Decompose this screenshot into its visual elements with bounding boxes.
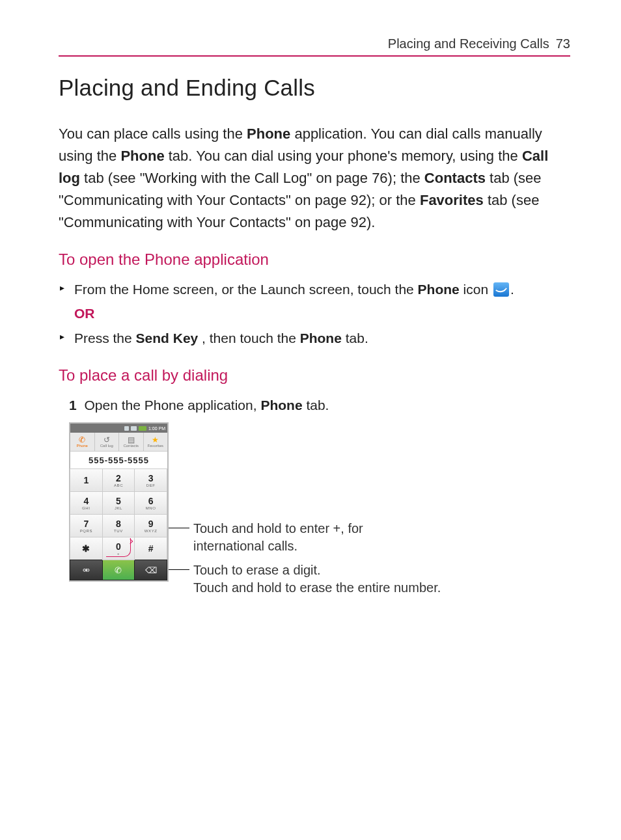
dialer-bottom-row: ⚮ ✆ ⌫ (70, 560, 167, 580)
tab-call-log[interactable]: ↺Call log (95, 433, 120, 451)
callout-zero-hold: Touch and hold to enter +, for internati… (178, 520, 441, 555)
key-3[interactable]: 3DEF (134, 468, 167, 492)
tab-favorites[interactable]: ★Favorites (144, 433, 168, 451)
phone-screenshot-figure: 1:00 PM ✆Phone ↺Call log ▤Contacts ★Favo… (69, 422, 570, 597)
call-icon: ✆ (115, 565, 122, 575)
signal-icon (124, 426, 129, 431)
step-press-send-key: Press the Send Key , then touch the Phon… (74, 328, 570, 349)
call-button[interactable]: ✆ (102, 560, 135, 580)
key-5[interactable]: 5JKL (102, 491, 135, 515)
dialer-tabs: ✆Phone ↺Call log ▤Contacts ★Favorites (70, 433, 167, 451)
key-4[interactable]: 4GHI (70, 491, 103, 515)
tab-phone[interactable]: ✆Phone (70, 433, 95, 451)
backspace-icon: ⌫ (145, 565, 157, 575)
dialed-number-display: 555-555-5555 (70, 451, 167, 469)
page-number: 73 (556, 36, 570, 51)
battery-icon (139, 426, 146, 431)
page-title: Placing and Ending Calls (59, 75, 570, 101)
tab-contacts[interactable]: ▤Contacts (119, 433, 144, 451)
key-7[interactable]: 7PQRS (70, 514, 103, 537)
calllog-tab-icon: ↺ (104, 436, 110, 444)
key-9[interactable]: 9WXYZ (134, 514, 167, 537)
step-dial-1: 1 Open the Phone application, Phone tab. (69, 395, 570, 416)
backspace-button[interactable]: ⌫ (134, 560, 167, 580)
contacts-tab-icon: ▤ (128, 436, 135, 444)
dial-keypad: 1 2ABC 3DEF 4GHI 5JKL 6MNO 7PQRS 8TUV 9W… (70, 469, 167, 560)
favorites-tab-icon: ★ (152, 436, 159, 444)
running-header: Placing and Receiving Calls 73 (59, 36, 570, 57)
status-bar: 1:00 PM (70, 424, 167, 433)
key-1[interactable]: 1 (70, 468, 103, 492)
key-8[interactable]: 8TUV (102, 514, 135, 537)
callout-backspace: Touch to erase a digit. Touch and hold t… (178, 562, 441, 597)
key-0[interactable]: 0+ (102, 537, 135, 560)
network-icon (131, 426, 137, 431)
key-6[interactable]: 6MNO (134, 491, 167, 515)
voicemail-button[interactable]: ⚮ (70, 560, 103, 580)
step-open-from-home: From the Home screen, or the Launch scre… (74, 279, 570, 301)
or-label: OR (74, 306, 570, 321)
phone-app-icon (493, 282, 509, 297)
key-star[interactable]: ✱ (70, 537, 103, 560)
key-hash[interactable]: # (134, 537, 167, 560)
voicemail-icon: ⚮ (83, 565, 90, 575)
intro-paragraph: You can place calls using the Phone appl… (59, 123, 570, 234)
figure-callouts: Touch and hold to enter +, for internati… (178, 422, 441, 597)
key-2[interactable]: 2ABC (102, 468, 135, 492)
manual-page: Placing and Receiving Calls 73 Placing a… (0, 0, 621, 597)
phone-screenshot: 1:00 PM ✆Phone ↺Call log ▤Contacts ★Favo… (69, 422, 169, 582)
section-heading-dial: To place a call by dialing (59, 366, 570, 385)
phone-tab-icon: ✆ (79, 436, 85, 444)
section-name: Placing and Receiving Calls (388, 36, 549, 51)
section-heading-open-phone: To open the Phone application (59, 251, 570, 269)
status-time: 1:00 PM (148, 426, 165, 431)
